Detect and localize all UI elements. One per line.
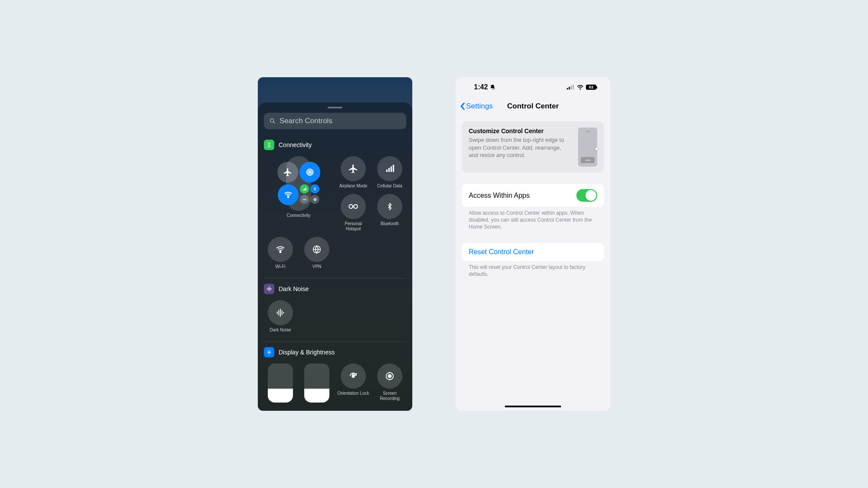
bluetooth-mini-icon	[310, 184, 319, 193]
section-title: Dark Noise	[279, 285, 309, 292]
svg-rect-37	[567, 88, 568, 90]
svg-point-32	[268, 351, 270, 354]
svg-point-18	[349, 205, 353, 209]
svg-rect-29	[280, 309, 281, 317]
home-indicator[interactable]	[505, 406, 561, 407]
connectivity-icon	[264, 140, 274, 150]
brightness-slider-2[interactable]	[304, 364, 329, 403]
customize-card: Customize Control Center Swipe down from…	[462, 121, 604, 173]
card-title: Customize Control Center	[469, 128, 572, 134]
bluetooth-control[interactable]	[377, 194, 402, 219]
connectivity-combo-control[interactable]	[286, 156, 311, 211]
page-title: Control Center	[507, 102, 559, 111]
svg-point-6	[288, 197, 289, 198]
darknoise-control[interactable]	[268, 300, 293, 325]
brightness-slider-1[interactable]	[268, 364, 293, 403]
brightness-icon	[264, 347, 274, 357]
back-label: Settings	[466, 102, 493, 111]
section-title: Connectivity	[279, 141, 312, 148]
reset-footer: This will reset your Control Center layo…	[462, 261, 604, 278]
control-label: Connectivity	[287, 213, 310, 218]
cellular-mini-icon	[300, 184, 309, 193]
svg-rect-8	[304, 189, 304, 190]
vpn-control[interactable]	[304, 237, 329, 262]
svg-rect-22	[267, 288, 267, 290]
settings-control-center-screen: 1:42 63 Settings Control Center Customiz…	[456, 77, 610, 411]
editor-sheet: Search Controls Connectivity	[258, 102, 412, 411]
svg-rect-31	[283, 312, 284, 314]
control-label: Personal Hotspot	[337, 221, 370, 232]
orientation-lock-control[interactable]	[341, 364, 366, 389]
chevron-left-icon	[460, 102, 465, 111]
svg-rect-15	[388, 168, 390, 172]
reset-label: Reset Control Center	[469, 248, 534, 255]
svg-rect-14	[386, 170, 388, 172]
hotspot-control[interactable]	[341, 194, 366, 219]
status-bar: 1:42 63	[456, 77, 610, 97]
svg-rect-17	[393, 165, 394, 172]
svg-point-2	[269, 144, 270, 145]
svg-rect-30	[282, 311, 283, 315]
darknoise-section: Dark Noise Dark Noise	[264, 284, 406, 333]
wifi-status-icon	[577, 85, 584, 90]
airplane-mode-control[interactable]	[341, 156, 366, 181]
control-label: Cellular Data	[377, 183, 402, 189]
svg-rect-25	[270, 288, 270, 290]
battery-icon: 63	[586, 85, 597, 90]
cellular-data-control[interactable]	[377, 156, 402, 181]
svg-rect-38	[569, 87, 570, 89]
control-label: Screen Recording	[373, 391, 406, 401]
svg-point-35	[388, 374, 391, 377]
search-icon	[269, 118, 276, 124]
svg-point-12	[305, 199, 306, 200]
silent-bell-icon	[490, 84, 496, 90]
cellular-signal-icon	[567, 85, 575, 90]
access-within-apps-row: Access Within Apps	[462, 184, 604, 207]
hotspot-mini-icon	[300, 195, 309, 204]
svg-point-3	[309, 171, 311, 173]
airplane-mode-icon	[277, 162, 298, 183]
reset-button[interactable]: Reset Control Center	[462, 243, 604, 261]
control-label: Airplane Mode	[339, 183, 367, 189]
section-divider	[264, 341, 406, 342]
sheet-grabber[interactable]	[328, 107, 342, 108]
access-footer: Allow access to Control Center within ap…	[462, 207, 604, 231]
svg-rect-16	[391, 167, 392, 172]
search-input[interactable]: Search Controls	[264, 113, 406, 129]
control-center-editor-screen: Search Controls Connectivity	[258, 77, 412, 411]
control-label: Bluetooth	[381, 221, 399, 226]
section-divider	[264, 278, 406, 278]
status-time: 1:42	[474, 83, 488, 91]
wifi-icon	[278, 184, 299, 205]
wifi-control[interactable]	[268, 237, 293, 262]
setting-label: Access Within Apps	[469, 192, 530, 200]
svg-line-1	[273, 122, 275, 123]
connectivity-section: Connectivity	[264, 140, 406, 269]
svg-point-0	[270, 119, 274, 122]
section-title: Display & Brightness	[279, 349, 335, 356]
control-label: Orientation Lock	[338, 391, 369, 396]
svg-rect-24	[269, 287, 270, 291]
svg-rect-40	[573, 85, 574, 90]
access-toggle[interactable]	[576, 189, 597, 202]
svg-rect-23	[268, 288, 269, 291]
svg-rect-26	[271, 288, 272, 289]
svg-rect-10	[306, 187, 306, 190]
vpn-mini-icon	[310, 195, 319, 204]
control-label: Wi-Fi	[275, 264, 285, 269]
screen-recording-control[interactable]	[377, 364, 402, 389]
control-label: Dark Noise	[270, 328, 291, 333]
nav-bar: Settings Control Center	[456, 97, 610, 115]
svg-point-11	[303, 199, 304, 200]
control-label: VPN	[312, 264, 322, 269]
phone-illustration	[578, 128, 597, 167]
back-button[interactable]: Settings	[460, 102, 493, 111]
card-description: Swipe down from the top-right edge to op…	[469, 136, 572, 159]
svg-rect-27	[277, 311, 278, 314]
darknoise-app-icon	[264, 284, 274, 294]
svg-rect-28	[278, 310, 279, 316]
search-placeholder: Search Controls	[279, 117, 332, 125]
svg-point-19	[354, 205, 358, 209]
svg-rect-9	[305, 188, 305, 190]
airdrop-icon	[299, 162, 320, 183]
